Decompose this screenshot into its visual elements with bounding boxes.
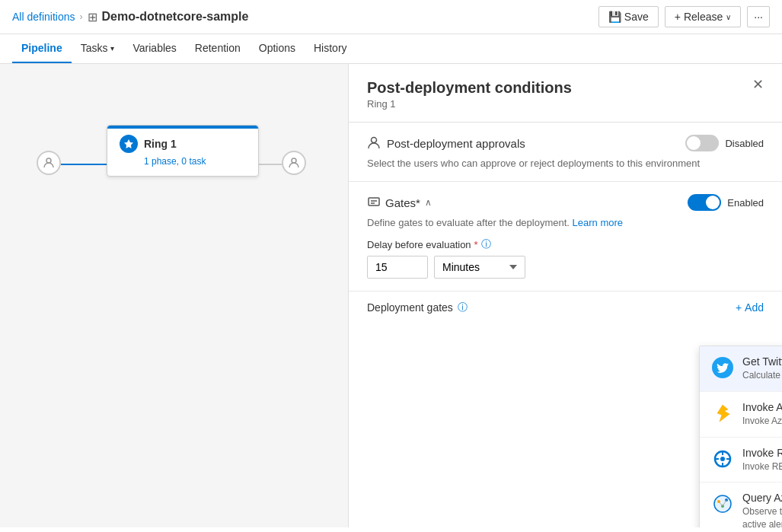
dropdown-item-title: Invoke REST API: [742, 447, 782, 459]
tab-pipeline[interactable]: Pipeline: [12, 34, 72, 63]
approvals-section: Post-deployment approvals Disabled Selec…: [349, 123, 782, 182]
panel-subtitle: Ring 1: [367, 98, 764, 110]
gates-chevron-icon: ∧: [425, 197, 432, 208]
panel-header: Post-deployment conditions Ring 1 ✕: [349, 64, 782, 123]
approvals-toggle: Disabled: [685, 135, 764, 151]
list-item[interactable]: Query Azure Monitor Alerts Observe the c…: [700, 483, 782, 527]
gates-toggle-label: Enabled: [727, 197, 764, 209]
approvals-toggle-label: Disabled: [725, 138, 764, 149]
stage-name: Ring 1: [144, 138, 177, 150]
save-button[interactable]: 💾 Save: [598, 6, 659, 27]
gates-section: Gates* ∧ Enabled Define gates to evaluat…: [349, 182, 782, 291]
rest-api-icon: [712, 448, 733, 470]
stage-icon: [120, 135, 138, 153]
chevron-down-icon: ∨: [726, 13, 731, 21]
tab-tasks[interactable]: Tasks ▾: [72, 34, 124, 63]
delay-unit-select[interactable]: Minutes Hours Days: [434, 256, 525, 279]
deployment-gates-row: Deployment gates ⓘ + Add: [349, 291, 782, 323]
required-star: *: [474, 239, 478, 250]
dropdown-item-content: Invoke REST API Invoke REST API as a par…: [742, 447, 782, 473]
add-label: Add: [745, 301, 764, 314]
svg-marker-7: [717, 405, 729, 422]
twitter-icon: [712, 357, 733, 378]
svg-point-3: [372, 137, 377, 142]
learn-more-link[interactable]: Learn more: [573, 217, 623, 228]
deployment-gates-label: Deployment gates ⓘ: [367, 301, 468, 314]
delay-value-input[interactable]: [367, 256, 428, 279]
list-item[interactable]: Get Twitter Sentiment Calculate sentimen…: [700, 346, 782, 392]
add-icon: +: [736, 301, 742, 314]
svg-marker-1: [124, 139, 133, 148]
release-button[interactable]: + Release ∨: [665, 6, 742, 27]
page-title: Demo-dotnetcore-sample: [102, 10, 249, 24]
pre-approval-icon[interactable]: [37, 151, 61, 175]
approvals-toggle-switch[interactable]: [685, 135, 719, 151]
dropdown-item-title: Invoke Azure Function: [742, 401, 782, 413]
dropdown-item-title: Get Twitter Sentiment: [742, 355, 782, 368]
delay-form-row: Delay before evaluation * ⓘ Minutes Hour…: [367, 237, 764, 279]
more-icon: ···: [754, 11, 763, 23]
breadcrumb-separator: ›: [80, 11, 83, 22]
list-item[interactable]: Invoke REST API Invoke REST API as a par…: [700, 438, 782, 483]
add-gate-button[interactable]: + Add: [736, 301, 764, 314]
azure-monitor-icon: [712, 493, 733, 514]
stage-node-ring1[interactable]: Ring 1 1 phase, 0 task: [107, 125, 259, 177]
azure-function-icon: [712, 403, 733, 424]
dropdown-menu: Get Twitter Sentiment Calculate sentimen…: [699, 346, 782, 527]
dropdown-item-content: Get Twitter Sentiment Calculate sentimen…: [742, 355, 782, 382]
tab-retention[interactable]: Retention: [186, 34, 250, 63]
gates-icon: [367, 195, 381, 211]
svg-point-2: [292, 158, 296, 163]
top-bar: All definitions › ⊞ Demo-dotnetcore-samp…: [0, 0, 782, 34]
approvals-section-header: Post-deployment approvals Disabled: [367, 135, 764, 151]
dropdown-item-content: Invoke Azure Function Invoke Azure funct…: [742, 401, 782, 428]
approvals-description: Select the users who can approve or reje…: [367, 158, 764, 169]
all-definitions-link[interactable]: All definitions: [12, 11, 75, 23]
approvals-icon: [367, 135, 381, 151]
tab-variables[interactable]: Variables: [123, 34, 185, 63]
dropdown-item-desc: Calculate sentiment of tweets for a hash…: [742, 369, 782, 382]
panel-title: Post-deployment conditions: [367, 79, 764, 97]
list-item[interactable]: Invoke Azure Function Invoke Azure funct…: [700, 392, 782, 438]
release-label: Release: [684, 11, 723, 23]
stage-sub: 1 phase, 0 task: [144, 156, 246, 167]
svg-point-0: [46, 158, 51, 163]
stage-top-bar: [107, 126, 258, 129]
delay-info-icon[interactable]: ⓘ: [481, 237, 491, 251]
post-approval-icon[interactable]: [282, 151, 306, 175]
dropdown-item-desc: Invoke REST API as a part of your proces…: [742, 460, 782, 473]
tab-history[interactable]: History: [305, 34, 356, 63]
gates-title: Gates* ∧: [367, 195, 432, 211]
delay-input-row: Minutes Hours Days: [367, 256, 764, 279]
svg-point-9: [720, 457, 725, 461]
deployment-gates-info-icon[interactable]: ⓘ: [458, 301, 468, 314]
pipeline-icon: ⊞: [88, 10, 97, 24]
right-panel: Post-deployment conditions Ring 1 ✕ Post…: [348, 64, 782, 527]
dropdown-item-desc: Observe the configured Azure monitor rul…: [742, 505, 782, 527]
plus-icon: +: [675, 11, 681, 23]
save-icon: 💾: [608, 11, 621, 23]
top-actions: 💾 Save + Release ∨ ···: [598, 6, 770, 27]
tab-options[interactable]: Options: [250, 34, 305, 63]
gates-description: Define gates to evaluate after the deplo…: [367, 217, 764, 228]
more-actions-button[interactable]: ···: [747, 6, 770, 27]
pipeline-canvas: Ring 1 1 phase, 0 task: [0, 64, 348, 527]
tasks-arrow-icon: ▾: [110, 44, 114, 53]
nav-tabs: Pipeline Tasks ▾ Variables Retention Opt…: [0, 34, 782, 64]
dropdown-item-desc: Invoke Azure function as a part of your …: [742, 415, 782, 428]
stage-node-header: Ring 1: [120, 135, 246, 153]
svg-point-14: [714, 495, 731, 512]
gates-toggle: Enabled: [688, 194, 764, 211]
approvals-title: Post-deployment approvals: [367, 135, 525, 151]
svg-rect-4: [369, 198, 379, 205]
dropdown-item-content: Query Azure Monitor Alerts Observe the c…: [742, 492, 782, 527]
close-button[interactable]: ✕: [746, 73, 770, 96]
main-content: Ring 1 1 phase, 0 task Post-deployment c…: [0, 64, 782, 527]
save-label: Save: [624, 11, 649, 23]
gates-toggle-switch[interactable]: [688, 194, 721, 211]
gates-section-header: Gates* ∧ Enabled: [367, 194, 764, 211]
breadcrumb: All definitions › ⊞ Demo-dotnetcore-samp…: [12, 10, 598, 24]
gates-label: Gates*: [385, 196, 420, 209]
delay-label: Delay before evaluation * ⓘ: [367, 237, 764, 251]
dropdown-item-title: Query Azure Monitor Alerts: [742, 492, 782, 504]
